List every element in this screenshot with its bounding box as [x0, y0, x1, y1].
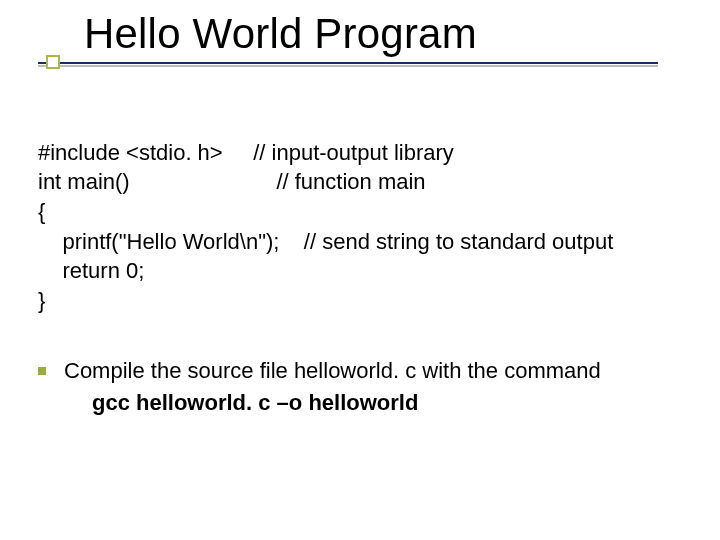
code-line: #include <stdio. h> // input-output libr…: [38, 140, 454, 165]
code-line: int main() // function main: [38, 169, 426, 194]
code-line: }: [38, 288, 45, 313]
title-area: Hello World Program: [38, 10, 700, 58]
bullet-icon: [38, 367, 46, 375]
bullet-line: Compile the source file helloworld. c wi…: [64, 358, 601, 383]
code-block: #include <stdio. h> // input-output libr…: [38, 108, 692, 316]
slide-body: #include <stdio. h> // input-output libr…: [38, 108, 692, 421]
list-item: Compile the source file helloworld. c wi…: [38, 356, 692, 417]
bullet-list: Compile the source file helloworld. c wi…: [38, 356, 692, 417]
code-line: {: [38, 199, 45, 224]
code-line: printf("Hello World\n"); // send string …: [38, 229, 613, 254]
title-underline: [38, 62, 658, 64]
slide-title: Hello World Program: [38, 10, 700, 58]
slide: Hello World Program #include <stdio. h> …: [0, 0, 720, 540]
bullet-subline: gcc helloworld. c –o helloworld: [92, 388, 601, 418]
title-square-icon: [46, 55, 60, 69]
bullet-text: Compile the source file helloworld. c wi…: [64, 356, 601, 417]
code-line: return 0;: [38, 258, 144, 283]
